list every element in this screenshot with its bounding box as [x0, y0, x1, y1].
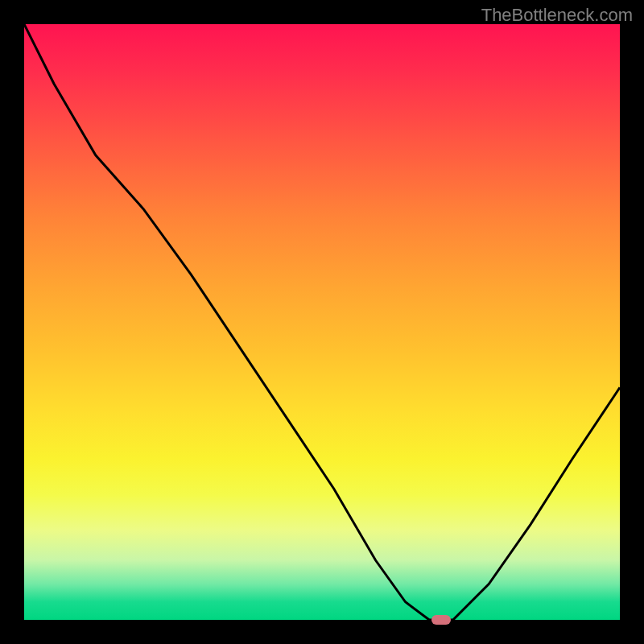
chart-curve — [24, 24, 620, 620]
chart-marker — [431, 615, 451, 625]
chart-plot — [24, 24, 620, 620]
attribution-text: TheBottleneck.com — [481, 5, 633, 26]
chart-line-layer — [24, 24, 620, 620]
